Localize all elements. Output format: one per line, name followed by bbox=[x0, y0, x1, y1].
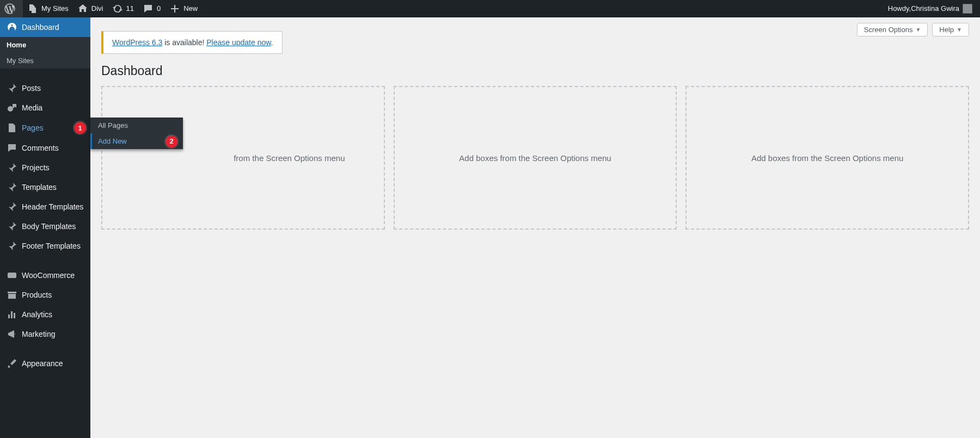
woocommerce-icon bbox=[7, 270, 17, 281]
sidebar-item-templates[interactable]: Templates bbox=[0, 177, 90, 197]
comments-icon bbox=[143, 3, 154, 14]
svg-point-0 bbox=[8, 106, 13, 112]
meta-box-text: Add boxes from the Screen Options menu bbox=[751, 153, 903, 163]
media-icon bbox=[7, 102, 17, 113]
chart-bar-icon bbox=[7, 309, 17, 320]
sidebar-item-analytics[interactable]: Analytics bbox=[0, 305, 90, 324]
sidebar-item-label: Body Templates bbox=[22, 222, 86, 231]
sidebar-item-pages[interactable]: Pages 1 bbox=[0, 118, 90, 138]
sidebar-item-label: Posts bbox=[22, 84, 86, 92]
chevron-down-icon: ▼ bbox=[915, 27, 921, 33]
flyout-all-pages-label: All Pages bbox=[98, 121, 128, 129]
sidebar-item-label: Templates bbox=[22, 183, 86, 192]
adminbar-account[interactable]: Howdy, Christina Gwira bbox=[884, 0, 977, 17]
sidebar-item-comments[interactable]: Comments bbox=[0, 138, 90, 158]
pin-icon bbox=[7, 221, 17, 232]
dashboard-submenu: Home My Sites bbox=[0, 37, 90, 69]
dashboard-icon bbox=[7, 22, 17, 33]
sidebar-item-label: Analytics bbox=[22, 310, 86, 319]
wordpress-logo-icon bbox=[4, 3, 15, 14]
content-area: Screen Options ▼ Help ▼ WordPress 6.3 is… bbox=[90, 17, 980, 438]
meta-box-text: from the Screen Options menu bbox=[141, 153, 345, 163]
sidebar-item-label: Appearance bbox=[22, 359, 86, 368]
submenu-home[interactable]: Home bbox=[0, 37, 90, 53]
pin-icon bbox=[7, 83, 17, 94]
pin-icon bbox=[7, 240, 17, 251]
admin-sidebar: Dashboard Home My Sites Posts Media Page… bbox=[0, 17, 90, 438]
annotation-badge-2: 2 bbox=[166, 135, 177, 147]
adminbar-updates[interactable]: 11 bbox=[108, 0, 138, 17]
submenu-home-label: Home bbox=[7, 41, 26, 49]
annotation-badge-1: 1 bbox=[74, 122, 86, 134]
sidebar-item-label: Header Templates bbox=[22, 202, 86, 211]
screen-options-button[interactable]: Screen Options ▼ bbox=[857, 23, 928, 36]
sidebar-item-media[interactable]: Media bbox=[0, 98, 90, 118]
adminbar-user-name: Christina Gwira bbox=[911, 0, 959, 17]
dashboard-meta-row: from the Screen Options menu Add boxes f… bbox=[101, 86, 969, 230]
adminbar-updates-count: 11 bbox=[126, 0, 134, 17]
sidebar-item-posts[interactable]: Posts bbox=[0, 78, 90, 98]
plus-icon bbox=[169, 3, 180, 14]
sidebar-item-label: Comments bbox=[22, 144, 86, 152]
sidebar-item-header-templates[interactable]: Header Templates bbox=[0, 197, 90, 217]
adminbar-comments[interactable]: 0 bbox=[138, 0, 165, 17]
chevron-down-icon: ▼ bbox=[957, 27, 962, 33]
adminbar-my-sites[interactable]: My Sites bbox=[23, 0, 73, 17]
sidebar-item-label: Footer Templates bbox=[22, 242, 86, 250]
help-button[interactable]: Help ▼ bbox=[932, 23, 969, 36]
sidebar-item-label: Products bbox=[22, 291, 86, 299]
svg-rect-1 bbox=[8, 273, 16, 278]
sidebar-item-projects[interactable]: Projects bbox=[0, 158, 90, 177]
avatar bbox=[963, 4, 972, 14]
home-icon bbox=[77, 3, 88, 14]
flyout-all-pages[interactable]: All Pages bbox=[90, 118, 183, 133]
pages-icon bbox=[7, 122, 17, 133]
sidebar-item-label: Media bbox=[22, 103, 86, 112]
sidebar-item-products[interactable]: Products bbox=[0, 285, 90, 305]
sidebar-item-label: Pages bbox=[22, 124, 71, 132]
updates-icon bbox=[112, 3, 123, 14]
adminbar-my-sites-label: My Sites bbox=[41, 0, 69, 17]
sidebar-item-woocommerce[interactable]: WooCommerce bbox=[0, 266, 90, 285]
megaphone-icon bbox=[7, 329, 17, 340]
meta-box-3: Add boxes from the Screen Options menu bbox=[685, 86, 969, 230]
page-title: Dashboard bbox=[101, 64, 969, 78]
wp-logo[interactable] bbox=[0, 0, 23, 17]
pages-flyout: All Pages Add New 2 bbox=[90, 118, 183, 149]
adminbar-site-name-label: Divi bbox=[91, 0, 103, 17]
pin-icon bbox=[7, 182, 17, 193]
adminbar-comments-count: 0 bbox=[157, 0, 161, 17]
update-nag-update-link[interactable]: Please update now bbox=[206, 38, 271, 47]
sidebar-item-label: Marketing bbox=[22, 330, 86, 338]
adminbar-new[interactable]: New bbox=[165, 0, 202, 17]
sidebar-item-body-templates[interactable]: Body Templates bbox=[0, 217, 90, 236]
meta-box-text: Add boxes from the Screen Options menu bbox=[459, 153, 611, 163]
pin-icon bbox=[7, 162, 17, 173]
sidebar-item-marketing[interactable]: Marketing bbox=[0, 324, 90, 344]
multisite-icon bbox=[27, 3, 38, 14]
pin-icon bbox=[7, 201, 17, 212]
sidebar-item-label: WooCommerce bbox=[22, 271, 86, 280]
screen-options-label: Screen Options bbox=[864, 26, 913, 34]
admin-bar: My Sites Divi 11 0 New Howdy, Christina … bbox=[0, 0, 980, 17]
meta-box-2: Add boxes from the Screen Options menu bbox=[394, 86, 677, 230]
update-nag-text: is available! bbox=[162, 38, 206, 47]
update-nag-version-link[interactable]: WordPress 6.3 bbox=[112, 38, 162, 47]
adminbar-howdy-prefix: Howdy, bbox=[888, 0, 911, 17]
adminbar-site-name[interactable]: Divi bbox=[73, 0, 108, 17]
sidebar-item-dashboard[interactable]: Dashboard bbox=[0, 17, 90, 37]
sidebar-item-label: Dashboard bbox=[22, 23, 86, 32]
sidebar-item-label: Projects bbox=[22, 163, 86, 172]
archive-icon bbox=[7, 289, 17, 300]
help-label: Help bbox=[939, 26, 954, 34]
brush-icon bbox=[7, 358, 17, 369]
submenu-my-sites[interactable]: My Sites bbox=[0, 53, 90, 69]
comments-icon bbox=[7, 143, 17, 153]
flyout-add-new[interactable]: Add New 2 bbox=[90, 133, 183, 149]
sidebar-item-appearance[interactable]: Appearance bbox=[0, 354, 90, 373]
adminbar-new-label: New bbox=[183, 0, 198, 17]
meta-box-1: from the Screen Options menu bbox=[101, 86, 385, 230]
sidebar-item-footer-templates[interactable]: Footer Templates bbox=[0, 236, 90, 256]
update-nag-end: . bbox=[271, 38, 273, 47]
update-nag: WordPress 6.3 is available! Please updat… bbox=[101, 31, 283, 54]
